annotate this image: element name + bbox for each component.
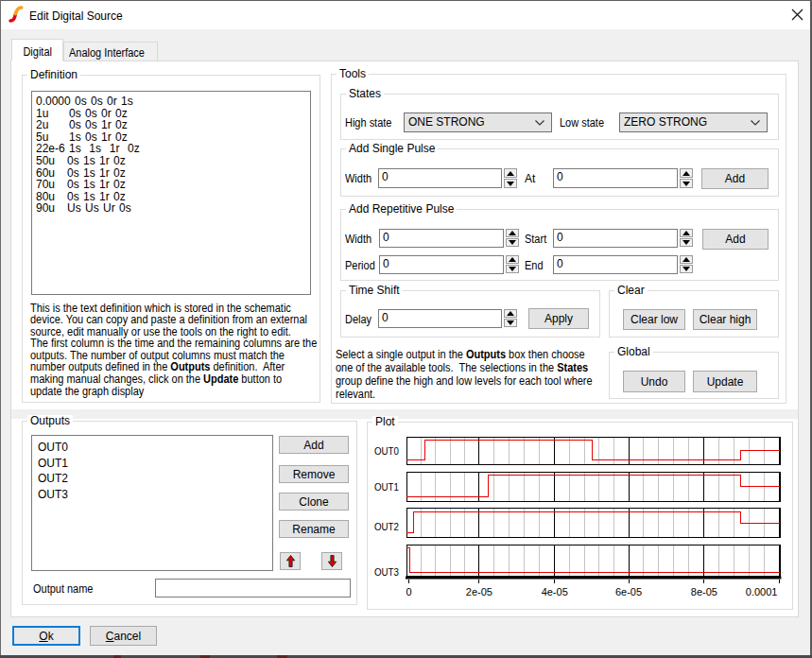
svg-text:4e-05: 4e-05 — [542, 586, 568, 597]
svg-text:OUT2: OUT2 — [374, 521, 399, 532]
svg-text:OUT1: OUT1 — [374, 481, 399, 493]
svg-text:OUT3: OUT3 — [374, 566, 399, 578]
svg-text:OUT0: OUT0 — [374, 445, 399, 457]
svg-text:8e-05: 8e-05 — [691, 586, 717, 597]
svg-text:2e-05: 2e-05 — [466, 586, 492, 597]
svg-text:6e-05: 6e-05 — [615, 586, 642, 597]
svg-text:0: 0 — [406, 586, 411, 597]
svg-text:0.0001: 0.0001 — [746, 586, 778, 597]
